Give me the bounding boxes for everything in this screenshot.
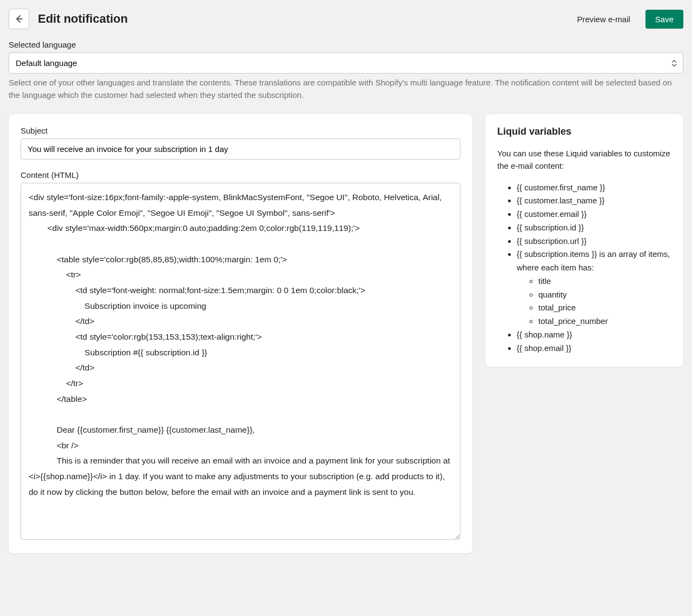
page-header: Edit notification Preview e-mail Save xyxy=(9,9,683,29)
editor-column: Subject Content (HTML) xyxy=(9,114,472,553)
liquid-vars-card: Liquid variables You can use these Liqui… xyxy=(485,114,683,367)
liquid-var-item: {{ subscription.id }} xyxy=(517,221,671,235)
liquid-vars-list: {{ customer.first_name }}{{ customer.las… xyxy=(497,181,671,355)
editor-card: Subject Content (HTML) xyxy=(9,114,472,553)
liquid-var-item: {{ customer.email }} xyxy=(517,208,671,221)
language-label: Selected language xyxy=(9,40,683,49)
subject-label: Subject xyxy=(21,126,460,135)
subject-input[interactable] xyxy=(21,138,460,160)
language-select[interactable]: Default language xyxy=(9,52,683,74)
preview-email-button[interactable]: Preview e-mail xyxy=(570,10,636,28)
main-columns: Subject Content (HTML) Liquid variables … xyxy=(9,114,683,553)
liquid-var-item: {{ shop.name }} xyxy=(517,328,671,342)
liquid-vars-intro: You can use these Liquid variables to cu… xyxy=(497,147,671,173)
liquid-var-item: {{ subscription.items }} is an array of … xyxy=(517,248,671,328)
language-help-text: Select one of your other languages and t… xyxy=(9,77,683,101)
liquid-var-subitem: total_price xyxy=(538,301,671,315)
sidebar-column: Liquid variables You can use these Liqui… xyxy=(485,114,683,367)
language-select-wrap: Default language xyxy=(9,52,683,74)
liquid-var-item: {{ subscription.url }} xyxy=(517,235,671,248)
liquid-var-subitem: total_price_number xyxy=(538,315,671,328)
arrow-left-icon xyxy=(14,14,24,24)
content-textarea[interactable] xyxy=(21,183,460,540)
page-title: Edit notification xyxy=(38,12,562,26)
content-label: Content (HTML) xyxy=(21,170,460,180)
liquid-var-item: {{ customer.last_name }} xyxy=(517,194,671,208)
back-button[interactable] xyxy=(9,9,29,29)
liquid-vars-title: Liquid variables xyxy=(497,126,671,137)
save-button[interactable]: Save xyxy=(645,10,683,29)
liquid-var-item: {{ customer.first_name }} xyxy=(517,181,671,195)
liquid-var-subitem: title xyxy=(538,275,671,288)
liquid-var-subitem: quantity xyxy=(538,288,671,302)
liquid-var-item: {{ shop.email }} xyxy=(517,342,671,355)
